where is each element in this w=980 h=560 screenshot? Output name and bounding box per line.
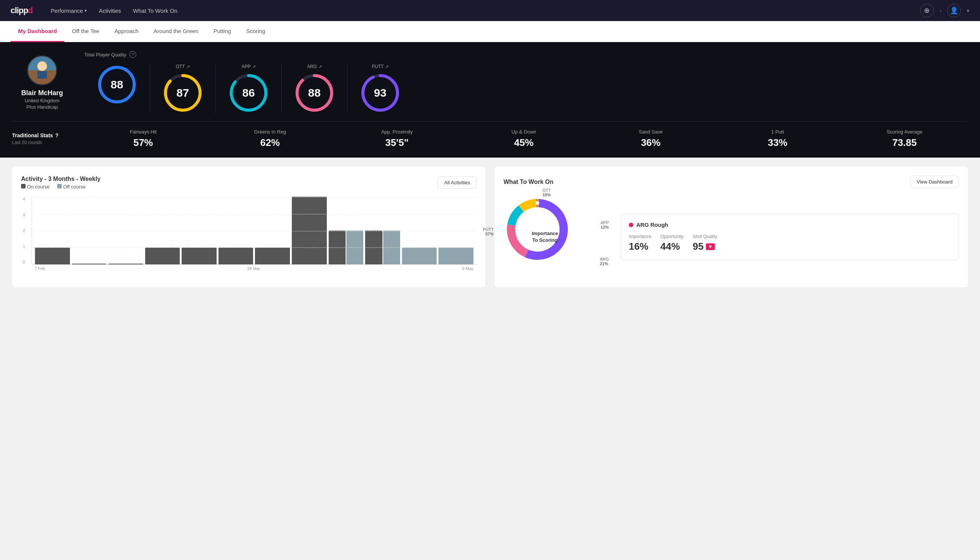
donut-label-app: APP 12% [601, 220, 609, 229]
info-card-stats: Importance 16% Opportunity 44% Shot Qual… [629, 234, 951, 252]
importance-value: 16% [629, 241, 651, 252]
x-axis: 7 Feb 28 Mar 9 May [32, 265, 476, 271]
user-menu-button[interactable]: 👤 [947, 4, 961, 17]
player-country: United Kingdom [25, 98, 60, 103]
view-dashboard-button[interactable]: View Dashboard [910, 176, 959, 188]
trad-stats-period: Last 20 rounds [12, 140, 80, 145]
arrow-icon-arg: ↗ [318, 64, 322, 69]
player-info: Blair McHarg United Kingdom Plus Handica… [12, 55, 72, 110]
donut-wrapper: OTT 10% APP 12% ARG 21% PUTT 57% [504, 195, 586, 278]
player-name: Blair McHarg [21, 89, 63, 97]
player-handicap: Plus Handicap [26, 104, 58, 110]
ring-ott: 87 [162, 72, 203, 113]
putt-value: 93 [374, 87, 386, 99]
stat-oneputt-value: 33% [714, 137, 841, 148]
stat-fairways-value: 57% [80, 137, 206, 148]
nav-what-to-work-on[interactable]: What To Work On [133, 1, 178, 21]
add-button[interactable]: ⊕ [920, 4, 934, 17]
shot-quality-label: Shot Quality [693, 234, 717, 239]
donut-label-putt: PUTT 57% [483, 227, 494, 236]
nav-links: Performance ▾ Activities What To Work On [51, 1, 920, 21]
ring-overall: 88 [96, 64, 138, 105]
donut-section: OTT 10% APP 12% ARG 21% PUTT 57% [504, 195, 959, 278]
what-to-work-on-header: What To Work On View Dashboard [504, 176, 959, 188]
info-card: ARG Rough Importance 16% Opportunity 44%… [621, 213, 959, 260]
trad-stats-label: Traditional Stats ? Last 20 rounds [12, 132, 80, 145]
score-overall: 88 [84, 64, 150, 113]
logo[interactable]: clippd [10, 6, 33, 15]
ring-putt: 93 [359, 72, 401, 113]
ring-arg: 88 [294, 72, 335, 113]
opportunity-label: Opportunity [661, 234, 684, 239]
tab-approach[interactable]: Approach [107, 21, 146, 42]
svg-rect-3 [37, 71, 47, 78]
help-icon-trad[interactable]: ? [55, 132, 59, 138]
arrow-icon-putt: ↗ [385, 64, 388, 69]
panels: Activity - 3 Months - Weekly On course O… [0, 158, 980, 297]
logo-d: d [28, 6, 32, 15]
donut-chart: ImportanceTo Scoring [504, 195, 586, 278]
tab-bar: My Dashboard Off the Tee Approach Around… [0, 21, 980, 42]
tab-my-dashboard[interactable]: My Dashboard [10, 21, 64, 42]
score-arg: ARG ↗ 88 [282, 64, 348, 113]
ring-app: 86 [228, 72, 269, 113]
stat-proximity-label: App. Proximity [334, 129, 460, 135]
activity-chart-title: Activity - 3 Months - Weekly [21, 176, 100, 182]
trad-stats-title: Traditional Stats ? [12, 132, 80, 138]
what-to-work-on-panel: What To Work On View Dashboard OTT 10% A… [494, 167, 968, 287]
tab-putting[interactable]: Putting [206, 21, 239, 42]
x-label-1: 7 Feb [35, 266, 45, 271]
score-putt: PUTT ↗ 93 [348, 64, 413, 113]
stat-sandsave: Sand Save 36% [587, 129, 714, 148]
logo-text: clipp [10, 6, 28, 15]
traditional-stats: Traditional Stats ? Last 20 rounds Fairw… [12, 129, 968, 148]
overall-value: 88 [111, 78, 123, 91]
nav-performance[interactable]: Performance ▾ [51, 1, 87, 21]
stat-gir-label: Greens In Reg [206, 129, 333, 135]
help-icon[interactable]: ? [129, 51, 136, 58]
score-app: APP ↗ 86 [216, 64, 282, 113]
tab-off-the-tee[interactable]: Off the Tee [64, 21, 107, 42]
grid-line-3 [32, 197, 476, 214]
chevron-right-icon: › [940, 8, 941, 13]
grid-line-0 [32, 247, 476, 264]
top-nav: clippd Performance ▾ Activities What To … [0, 0, 980, 21]
avatar [27, 55, 57, 85]
ott-value: 87 [176, 87, 189, 99]
importance-label: Importance [629, 234, 651, 239]
activity-chart-panel: Activity - 3 Months - Weekly On course O… [12, 167, 486, 287]
info-opportunity: Opportunity 44% [661, 234, 684, 252]
stat-proximity: App. Proximity 35'5" [334, 129, 460, 148]
stat-updown: Up & Down 45% [460, 129, 587, 148]
stat-oneputt: 1 Putt 33% [714, 129, 841, 148]
donut-center-text: ImportanceTo Scoring [532, 230, 558, 244]
chevron-down-icon: ▾ [85, 8, 87, 13]
score-ott: OTT ↗ 87 [150, 64, 216, 113]
legend-on-course-dot [21, 184, 26, 188]
info-importance: Importance 16% [629, 234, 651, 252]
chart-legend: On course Off course [21, 184, 100, 190]
donut-svg [504, 195, 571, 263]
info-shot-quality: Shot Quality 95 ▼ [693, 234, 717, 252]
stat-gir-value: 62% [206, 137, 333, 148]
score-rings: 88 OTT ↗ 87 [84, 64, 968, 113]
stat-fairways-label: Fairways Hit [80, 129, 206, 135]
tab-scoring[interactable]: Scoring [238, 21, 273, 42]
stat-updown-value: 45% [460, 137, 587, 148]
chevron-down-icon-user: ▾ [967, 8, 970, 13]
dot-pink-icon [629, 223, 633, 227]
y-axis: 0 1 2 3 4 [23, 197, 25, 264]
legend-off-course-dot [57, 184, 62, 188]
what-to-work-on-title: What To Work On [504, 178, 554, 185]
stat-gir: Greens In Reg 62% [206, 129, 333, 148]
tab-around-the-green[interactable]: Around the Green [146, 21, 206, 42]
nav-activities[interactable]: Activities [99, 1, 121, 21]
stat-scoring-label: Scoring Average [841, 129, 968, 135]
arg-value: 88 [308, 87, 320, 99]
all-activities-button[interactable]: All Activities [438, 177, 476, 189]
shot-quality-value: 95 ▼ [693, 241, 717, 252]
dot-ott [536, 201, 539, 205]
grid-line-1 [32, 231, 476, 248]
app-value: 86 [242, 87, 255, 99]
nav-right: ⊕ › 👤 ▾ [920, 4, 970, 17]
